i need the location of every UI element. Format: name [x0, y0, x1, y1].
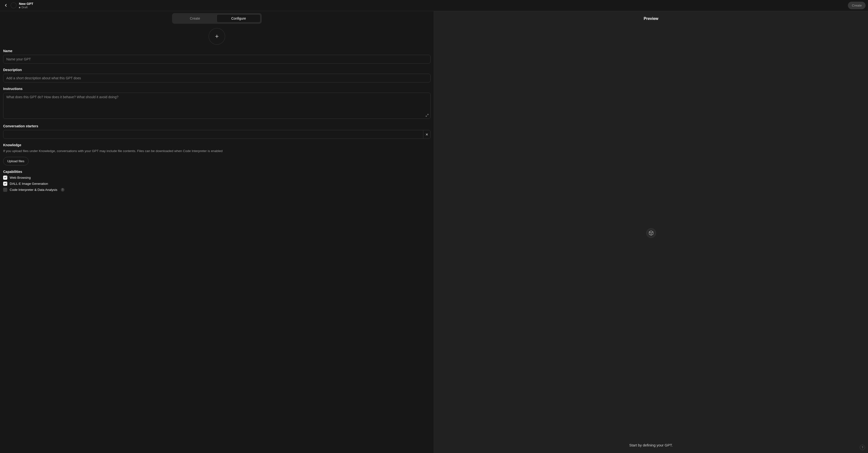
- knowledge-label: Knowledge: [3, 143, 431, 147]
- svg-line-2: [428, 114, 428, 115]
- knowledge-help-text: If you upload files under Knowledge, con…: [3, 149, 431, 153]
- description-label: Description: [3, 68, 431, 72]
- chevron-left-icon: [4, 3, 8, 7]
- status-row: Draft: [19, 6, 33, 9]
- name-label: Name: [3, 49, 431, 53]
- svg-line-3: [426, 116, 427, 117]
- title-block: New GPT Draft: [19, 2, 33, 9]
- capabilities-label: Capabilities: [3, 170, 431, 174]
- starters-label: Conversation starters: [3, 124, 431, 128]
- app-header: New GPT Draft Create: [0, 0, 868, 11]
- capabilities-group: Capabilities Web Browsing DALL·E Image G…: [3, 170, 431, 192]
- capability-dalle: DALL·E Image Generation: [3, 181, 431, 186]
- back-button[interactable]: [3, 3, 8, 8]
- create-button[interactable]: Create: [848, 2, 866, 9]
- instructions-label: Instructions: [3, 87, 431, 91]
- main-content: Create Configure Name Description Instru…: [0, 11, 868, 453]
- close-icon: [425, 133, 428, 136]
- starter-remove-button[interactable]: [423, 130, 430, 139]
- preview-placeholder-badge: [646, 228, 656, 238]
- starter-row: [3, 130, 431, 139]
- avatar-upload-button[interactable]: [209, 28, 225, 45]
- tab-switcher: Create Configure: [172, 13, 262, 24]
- description-input[interactable]: [3, 74, 431, 82]
- description-group: Description: [3, 68, 431, 82]
- info-icon[interactable]: ?: [61, 188, 64, 192]
- starters-group: Conversation starters: [3, 124, 431, 139]
- instructions-wrap: [3, 93, 431, 120]
- avatar-upload-wrap: [3, 28, 431, 45]
- upload-files-button[interactable]: Upload files: [3, 157, 29, 165]
- capability-label: Code Interpreter & Data Analysis: [10, 188, 57, 192]
- capability-label: DALL·E Image Generation: [10, 182, 48, 186]
- instructions-group: Instructions: [3, 87, 431, 120]
- check-icon: [4, 182, 7, 185]
- checkbox-dalle[interactable]: [3, 181, 7, 186]
- page-title: New GPT: [19, 2, 33, 6]
- instructions-textarea[interactable]: [3, 93, 431, 119]
- status-text: Draft: [22, 6, 28, 9]
- capability-code-interpreter: Code Interpreter & Data Analysis ?: [3, 188, 431, 192]
- status-dot-icon: [19, 7, 20, 8]
- configure-panel: Create Configure Name Description Instru…: [0, 11, 434, 453]
- preview-center: [434, 23, 868, 443]
- capability-web-browsing: Web Browsing: [3, 176, 431, 180]
- check-icon: [4, 176, 7, 179]
- checkbox-code-interpreter[interactable]: [3, 188, 7, 192]
- plus-icon: [214, 34, 219, 39]
- preview-panel: Preview Start by defining your GPT. ?: [434, 11, 868, 453]
- knowledge-group: Knowledge If you upload files under Know…: [3, 143, 431, 165]
- name-group: Name: [3, 49, 431, 63]
- capability-label: Web Browsing: [10, 176, 31, 179]
- preview-title: Preview: [434, 11, 868, 23]
- expand-icon: [426, 114, 429, 117]
- tab-configure[interactable]: Configure: [217, 14, 260, 23]
- cube-icon: [648, 230, 654, 236]
- preview-footer-text: Start by defining your GPT.: [434, 443, 868, 453]
- expand-textarea-button[interactable]: [426, 113, 429, 118]
- checkbox-web-browsing[interactable]: [3, 176, 7, 180]
- help-button[interactable]: ?: [860, 445, 865, 450]
- name-input[interactable]: [3, 55, 431, 63]
- tab-create[interactable]: Create: [173, 14, 217, 23]
- gpt-avatar-placeholder: [11, 2, 17, 8]
- starter-input[interactable]: [3, 130, 423, 139]
- header-left: New GPT Draft: [3, 2, 33, 9]
